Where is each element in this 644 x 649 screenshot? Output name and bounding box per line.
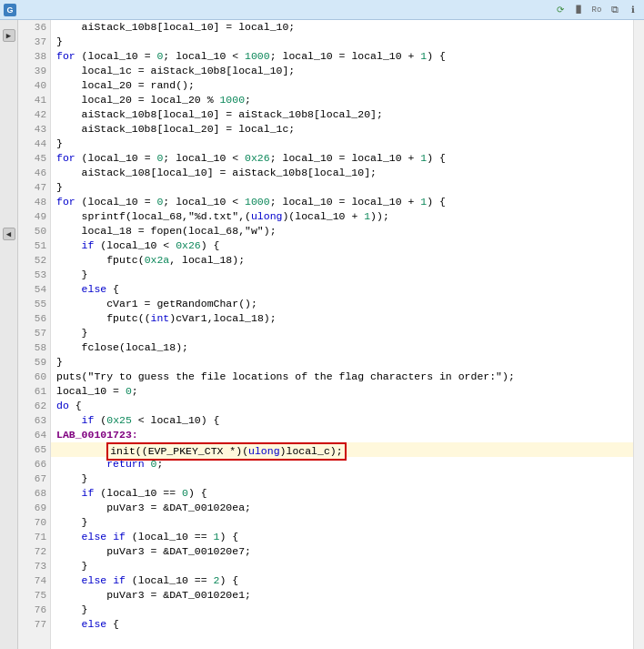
line-number: 67 (18, 472, 50, 486)
line-number: 72 (18, 544, 50, 559)
table-row[interactable]: cVar1 = getRandomChar(); (51, 297, 633, 311)
sync-icon[interactable]: ⟳ (553, 3, 568, 17)
line-number: 51 (18, 238, 50, 253)
table-row[interactable]: return 0; (51, 457, 633, 472)
table-row[interactable]: if (local_10 == 0) { (51, 486, 633, 501)
toolbar-buttons: ⟳ ▐▌ Ro ⧉ ℹ (553, 3, 640, 17)
table-row[interactable]: } (51, 515, 633, 530)
line-number: 71 (18, 530, 50, 544)
table-row[interactable]: else if (local_10 == 1) { (51, 530, 633, 544)
line-number: 55 (18, 297, 50, 311)
line-number: 59 (18, 355, 50, 370)
table-row[interactable]: } (51, 180, 633, 195)
table-row[interactable]: local_20 = local_20 % 1000; (51, 93, 633, 107)
table-row[interactable]: } (51, 326, 633, 340)
table-row[interactable]: puts("Try to guess the file locations of… (51, 370, 633, 384)
line-number: 45 (18, 151, 50, 166)
line-number: 36 (18, 20, 50, 35)
line-number: 64 (18, 428, 50, 442)
db-icon-1[interactable]: ▐▌ (571, 3, 586, 17)
line-number: 60 (18, 370, 50, 384)
line-number: 61 (18, 384, 50, 399)
line-number: 74 (18, 573, 50, 588)
line-number: 65 (18, 442, 50, 457)
table-row[interactable]: local_10 = 0; (51, 384, 633, 399)
line-number: 50 (18, 224, 50, 238)
table-row[interactable]: for (local_10 = 0; local_10 < 1000; loca… (51, 195, 633, 209)
table-row[interactable]: else { (51, 617, 633, 632)
table-row[interactable]: } (51, 35, 633, 49)
line-number: 40 (18, 78, 50, 93)
table-row[interactable]: fputc((int)cVar1,local_18); (51, 311, 633, 326)
table-row[interactable]: fputc(0x2a, local_18); (51, 253, 633, 268)
line-number: 37 (18, 35, 50, 49)
table-row[interactable]: local_18 = fopen(local_68,"w"); (51, 224, 633, 238)
line-number: 44 (18, 137, 50, 151)
line-number: 57 (18, 326, 50, 340)
table-row[interactable]: local_20 = rand(); (51, 78, 633, 93)
table-row[interactable]: sprintf(local_68,"%d.txt",(ulong)(local_… (51, 209, 633, 224)
db-icon-2[interactable]: Ro (589, 3, 604, 17)
line-numbers: 3637383940414243444546474849505152535455… (18, 20, 51, 649)
table-row[interactable]: LAB_00101723: (51, 428, 633, 442)
table-row[interactable]: else if (local_10 == 2) { (51, 573, 633, 588)
line-number: 38 (18, 49, 50, 64)
line-number: 49 (18, 209, 50, 224)
line-number: 56 (18, 311, 50, 326)
table-row[interactable]: aiStack_10b8[local_20] = local_1c; (51, 122, 633, 137)
table-row[interactable]: } (51, 559, 633, 573)
table-row[interactable]: aiStack_108[local_10] = aiStack_10b8[loc… (51, 166, 633, 180)
table-row[interactable]: } (51, 137, 633, 151)
main-container: ▶ ◀ 363738394041424344454647484950515253… (0, 20, 644, 649)
line-number: 52 (18, 253, 50, 268)
table-row[interactable]: } (51, 472, 633, 486)
title-bar: G ⟳ ▐▌ Ro ⧉ ℹ (0, 0, 644, 20)
line-number: 76 (18, 603, 50, 617)
line-number: 77 (18, 617, 50, 632)
line-number: 53 (18, 268, 50, 282)
app-icon: G (4, 4, 16, 16)
line-number: 62 (18, 399, 50, 413)
line-number: 70 (18, 515, 50, 530)
table-row[interactable]: for (local_10 = 0; local_10 < 1000; loca… (51, 49, 633, 64)
table-row[interactable]: init((EVP_PKEY_CTX *)(ulong)local_c); (51, 442, 633, 457)
table-row[interactable]: do { (51, 399, 633, 413)
line-number: 75 (18, 588, 50, 603)
line-number: 54 (18, 282, 50, 297)
line-number: 43 (18, 122, 50, 137)
table-row[interactable]: fclose(local_18); (51, 340, 633, 355)
line-number: 48 (18, 195, 50, 209)
line-number: 58 (18, 340, 50, 355)
copy-icon[interactable]: ⧉ (608, 3, 622, 17)
table-row[interactable]: } (51, 355, 633, 370)
table-row[interactable]: local_1c = aiStack_10b8[local_10]; (51, 64, 633, 78)
line-number: 68 (18, 486, 50, 501)
table-row[interactable]: aiStack_10b8[local_10] = aiStack_10b8[lo… (51, 107, 633, 122)
line-number: 39 (18, 64, 50, 78)
table-row[interactable]: for (local_10 = 0; local_10 < 0x26; loca… (51, 151, 633, 166)
scrollbar[interactable] (633, 20, 644, 649)
table-row[interactable]: aiStack_10b8[local_10] = local_10; (51, 20, 633, 35)
line-number: 41 (18, 93, 50, 107)
collapse-btn-2[interactable]: ◀ (3, 228, 15, 240)
line-number: 69 (18, 501, 50, 515)
table-row[interactable]: puVar3 = &DAT_001020ea; (51, 501, 633, 515)
collapse-btn-1[interactable]: ▶ (3, 29, 15, 42)
table-row[interactable]: if (local_10 < 0x26) { (51, 238, 633, 253)
table-row[interactable]: puVar3 = &DAT_001020e7; (51, 544, 633, 559)
table-row[interactable]: } (51, 603, 633, 617)
table-row[interactable]: else { (51, 282, 633, 297)
line-number: 63 (18, 413, 50, 428)
line-number: 46 (18, 166, 50, 180)
info-icon[interactable]: ℹ (626, 3, 640, 17)
line-number: 66 (18, 457, 50, 472)
line-number: 73 (18, 559, 50, 573)
table-row[interactable]: } (51, 268, 633, 282)
left-gutter: ▶ ◀ (0, 20, 18, 649)
code-area[interactable]: aiStack_10b8[local_10] = local_10;}for (… (51, 20, 633, 649)
table-row[interactable]: if (0x25 < local_10) { (51, 413, 633, 428)
line-number: 47 (18, 180, 50, 195)
line-number: 42 (18, 107, 50, 122)
table-row[interactable]: puVar3 = &DAT_001020e1; (51, 588, 633, 603)
